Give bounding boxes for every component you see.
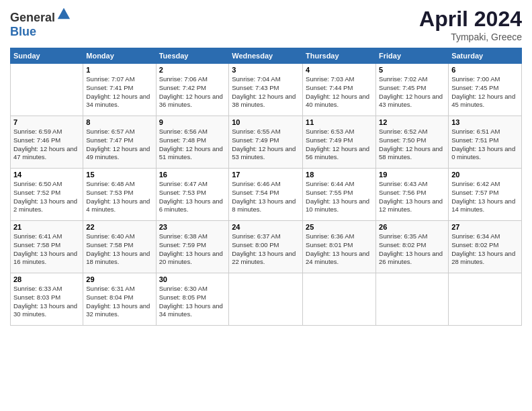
daylight-text: Daylight: 13 hours and 34 minutes. [159,302,223,318]
sunrise-text: Sunrise: 6:59 AM [13,128,62,135]
day-number: 8 [86,118,152,126]
sunset-text: Sunset: 7:58 PM [86,241,133,248]
day-number: 30 [159,275,226,283]
sunrise-text: Sunrise: 7:03 AM [306,75,354,83]
daylight-text: Daylight: 12 hours and 43 minutes. [379,93,443,109]
sunrise-text: Sunrise: 6:36 AM [306,232,354,240]
sunrise-text: Sunrise: 6:44 AM [306,180,354,187]
sunset-text: Sunset: 7:55 PM [306,189,353,196]
sunrise-text: Sunrise: 6:41 AM [13,232,62,240]
table-row: 4Sunrise: 7:03 AMSunset: 7:44 PMDaylight… [303,64,376,116]
daylight-text: Daylight: 13 hours and 24 minutes. [306,250,369,266]
daylight-text: Daylight: 13 hours and 18 minutes. [86,250,150,266]
daylight-text: Daylight: 12 hours and 36 minutes. [159,93,223,109]
day-number: 5 [379,66,445,74]
sunset-text: Sunset: 7:53 PM [159,189,206,196]
table-row: 21Sunrise: 6:41 AMSunset: 7:58 PMDayligh… [11,221,83,273]
daylight-text: Daylight: 12 hours and 51 minutes. [159,145,223,161]
day-number: 20 [451,171,519,179]
daylight-text: Daylight: 12 hours and 45 minutes. [451,93,515,109]
daylight-text: Daylight: 13 hours and 32 minutes. [86,302,150,318]
table-row [449,273,522,326]
day-number: 26 [379,223,445,231]
table-row: 29Sunrise: 6:31 AMSunset: 8:04 PMDayligh… [83,273,156,326]
day-info: Sunrise: 6:50 AMSunset: 7:52 PMDaylight:… [13,180,80,214]
sunset-text: Sunset: 7:49 PM [232,136,279,144]
sunset-text: Sunset: 7:50 PM [379,136,426,144]
table-row: 3Sunrise: 7:04 AMSunset: 7:43 PMDaylight… [229,64,303,116]
sunset-text: Sunset: 7:47 PM [86,136,133,144]
sunrise-text: Sunrise: 6:40 AM [86,232,134,240]
sunset-text: Sunset: 7:45 PM [379,84,426,91]
table-row: 1Sunrise: 7:07 AMSunset: 7:41 PMDaylight… [83,64,156,116]
sunrise-text: Sunrise: 6:37 AM [232,232,280,240]
table-row: 14Sunrise: 6:50 AMSunset: 7:52 PMDayligh… [11,169,83,221]
sunset-text: Sunset: 7:43 PM [232,84,279,91]
day-info: Sunrise: 7:02 AMSunset: 7:45 PMDaylight:… [379,75,445,109]
sunset-text: Sunset: 8:05 PM [159,293,206,301]
day-info: Sunrise: 7:04 AMSunset: 7:43 PMDaylight:… [232,75,300,109]
day-number: 22 [86,223,152,231]
calendar-table: Sunday Monday Tuesday Wednesday Thursday… [10,48,522,326]
day-number: 17 [232,171,300,179]
sunrise-text: Sunrise: 6:42 AM [451,180,500,187]
day-info: Sunrise: 6:44 AMSunset: 7:55 PMDaylight:… [306,180,373,214]
sunset-text: Sunset: 7:48 PM [159,136,206,144]
day-info: Sunrise: 6:47 AMSunset: 7:53 PMDaylight:… [159,180,226,214]
day-info: Sunrise: 6:51 AMSunset: 7:51 PMDaylight:… [451,128,519,162]
calendar-header-row: Sunday Monday Tuesday Wednesday Thursday… [11,48,522,64]
calendar-week-row: 21Sunrise: 6:41 AMSunset: 7:58 PMDayligh… [11,221,522,273]
sunrise-text: Sunrise: 6:53 AM [306,128,354,135]
day-info: Sunrise: 6:34 AMSunset: 8:02 PMDaylight:… [451,232,519,267]
sunrise-text: Sunrise: 6:56 AM [159,128,208,135]
col-sunday: Sunday [11,48,83,64]
sunrise-text: Sunrise: 6:57 AM [86,128,134,135]
day-info: Sunrise: 6:35 AMSunset: 8:02 PMDaylight:… [379,232,445,267]
daylight-text: Daylight: 12 hours and 47 minutes. [13,145,77,161]
table-row: 20Sunrise: 6:42 AMSunset: 7:57 PMDayligh… [449,169,522,221]
day-number: 10 [232,118,300,126]
sunrise-text: Sunrise: 7:07 AM [86,75,134,83]
daylight-text: Daylight: 13 hours and 20 minutes. [159,250,223,266]
sunset-text: Sunset: 7:59 PM [159,241,206,248]
day-info: Sunrise: 6:30 AMSunset: 8:05 PMDaylight:… [159,285,226,319]
logo-icon [56,7,71,21]
sunset-text: Sunset: 8:02 PM [379,241,426,248]
sunset-text: Sunset: 7:52 PM [13,189,60,196]
day-number: 24 [232,223,300,231]
daylight-text: Daylight: 13 hours and 8 minutes. [232,197,296,214]
table-row: 25Sunrise: 6:36 AMSunset: 8:01 PMDayligh… [303,221,376,273]
daylight-text: Daylight: 12 hours and 38 minutes. [232,93,296,109]
page-header: General Blue April 2024 Tympaki, Greece [10,7,522,42]
col-wednesday: Wednesday [229,48,303,64]
day-number: 25 [306,223,373,231]
table-row: 15Sunrise: 6:48 AMSunset: 7:53 PMDayligh… [83,169,156,221]
sunset-text: Sunset: 7:53 PM [86,189,133,196]
table-row: 11Sunrise: 6:53 AMSunset: 7:49 PMDayligh… [303,116,376,169]
sunrise-text: Sunrise: 6:51 AM [451,128,500,135]
table-row: 6Sunrise: 7:00 AMSunset: 7:45 PMDaylight… [449,64,522,116]
day-number: 23 [159,223,226,231]
daylight-text: Daylight: 13 hours and 0 minutes. [451,145,515,161]
sunset-text: Sunset: 7:51 PM [451,136,498,144]
col-friday: Friday [376,48,449,64]
sunset-text: Sunset: 7:46 PM [13,136,60,144]
daylight-text: Daylight: 13 hours and 28 minutes. [451,250,515,266]
day-number: 14 [13,171,80,179]
table-row: 24Sunrise: 6:37 AMSunset: 8:00 PMDayligh… [229,221,303,273]
day-info: Sunrise: 7:07 AMSunset: 7:41 PMDaylight:… [86,75,152,109]
svg-marker-0 [58,8,70,19]
day-number: 2 [159,66,226,74]
sunrise-text: Sunrise: 6:38 AM [159,232,208,240]
day-number: 1 [86,66,152,74]
daylight-text: Daylight: 13 hours and 4 minutes. [86,197,150,214]
day-number: 3 [232,66,300,74]
day-info: Sunrise: 6:48 AMSunset: 7:53 PMDaylight:… [86,180,152,214]
sunset-text: Sunset: 7:57 PM [451,189,498,196]
sunset-text: Sunset: 7:44 PM [306,84,353,91]
daylight-text: Daylight: 12 hours and 53 minutes. [232,145,296,161]
daylight-text: Daylight: 12 hours and 34 minutes. [86,93,150,109]
table-row: 18Sunrise: 6:44 AMSunset: 7:55 PMDayligh… [303,169,376,221]
table-row: 27Sunrise: 6:34 AMSunset: 8:02 PMDayligh… [449,221,522,273]
table-row [229,273,303,326]
